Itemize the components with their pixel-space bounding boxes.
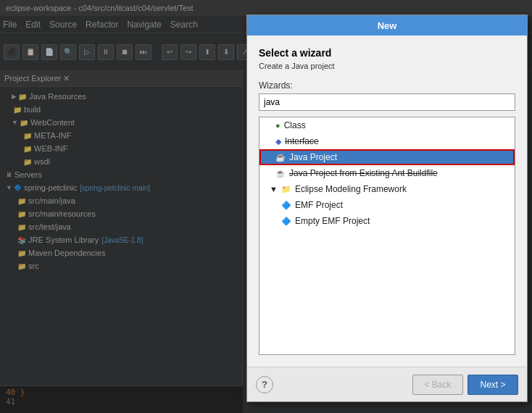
dialog-heading: Select a wizard bbox=[259, 47, 515, 59]
java-ant-icon: ☕ bbox=[275, 169, 286, 178]
wizard-item-class[interactable]: ● Class bbox=[259, 117, 515, 133]
wizards-label: Wizards: bbox=[259, 80, 515, 91]
emf-folder-icon: 📁 bbox=[281, 185, 291, 194]
dialog-title-bar: New bbox=[247, 15, 527, 36]
emf-project-icon: 🔷 bbox=[281, 201, 291, 210]
help-button[interactable]: ? bbox=[256, 376, 273, 393]
new-wizard-dialog: New Select a wizard Create a Java projec… bbox=[246, 14, 528, 402]
ide-background: eclipse-workspace - c04/src/cn/itcast/c0… bbox=[0, 0, 532, 413]
wizard-item-interface[interactable]: ◆ Interface bbox=[259, 133, 515, 149]
wizard-item-emf-project[interactable]: 🔷 EMF Project bbox=[259, 197, 515, 213]
category-expand-icon: ▼ bbox=[270, 185, 278, 193]
class-icon: ● bbox=[275, 121, 280, 130]
wizard-item-label: Java Project from Existing Ant Buildfile bbox=[289, 168, 438, 178]
wizard-item-java-ant[interactable]: ☕ Java Project from Existing Ant Buildfi… bbox=[259, 165, 515, 181]
dialog-title-text: New bbox=[378, 20, 397, 31]
footer-buttons: < Back Next > bbox=[412, 375, 518, 395]
back-button[interactable]: < Back bbox=[412, 375, 463, 395]
wizard-item-label: Class bbox=[284, 120, 306, 130]
wizard-item-label: Java Project bbox=[289, 152, 337, 162]
wizard-item-label: Eclipse Modeling Framework bbox=[295, 184, 407, 194]
dialog-body: Select a wizard Create a Java project Wi… bbox=[247, 36, 527, 367]
empty-emf-icon: 🔷 bbox=[281, 217, 291, 226]
wizard-item-emf-category[interactable]: ▼ 📁 Eclipse Modeling Framework bbox=[259, 181, 515, 197]
dialog-footer: ? < Back Next > bbox=[247, 367, 527, 401]
wizard-item-label: EMF Project bbox=[295, 200, 343, 210]
wizard-item-label: Interface bbox=[285, 136, 319, 146]
wizard-search-input[interactable] bbox=[259, 93, 515, 111]
wizard-item-empty-emf[interactable]: 🔷 Empty EMF Project bbox=[259, 213, 515, 229]
wizard-item-label: Empty EMF Project bbox=[295, 216, 370, 226]
interface-icon: ◆ bbox=[275, 137, 281, 146]
dialog-subtext: Create a Java project bbox=[259, 62, 515, 70]
wizard-list: ● Class ◆ Interface ☕ Java Project bbox=[259, 117, 515, 355]
java-project-icon: ☕ bbox=[275, 153, 286, 162]
help-icon: ? bbox=[262, 379, 267, 390]
next-button[interactable]: Next > bbox=[467, 375, 518, 395]
wizard-item-java-project[interactable]: ☕ Java Project bbox=[259, 149, 515, 165]
